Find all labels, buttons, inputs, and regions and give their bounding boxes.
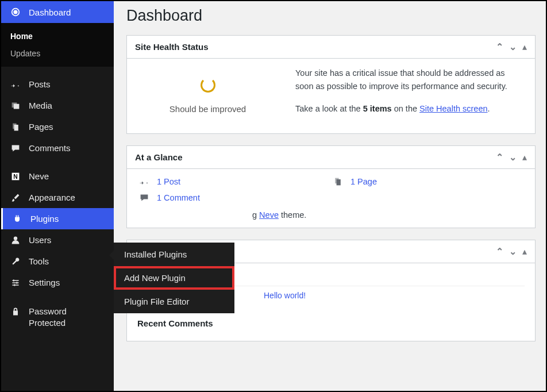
move-down-icon[interactable] bbox=[509, 41, 517, 52]
sidebar-item-pages[interactable]: Pages bbox=[1, 116, 114, 137]
main-content: Dashboard Site Health Status Should be i… bbox=[114, 1, 546, 391]
move-up-icon[interactable] bbox=[496, 41, 503, 52]
sidebar-label-posts: Posts bbox=[29, 79, 51, 89]
sidebar-item-plugins[interactable]: Plugins bbox=[1, 208, 114, 229]
comment-icon bbox=[137, 193, 151, 202]
health-items-text: Take a look at the 5 items on the Site H… bbox=[295, 102, 525, 116]
health-message: Your site has a critical issue that shou… bbox=[295, 67, 525, 125]
move-up-icon[interactable] bbox=[496, 152, 503, 163]
sidebar-sub-updates[interactable]: Updates bbox=[1, 45, 114, 62]
user-icon bbox=[9, 236, 22, 245]
sidebar-item-comments[interactable]: Comments bbox=[1, 137, 114, 159]
glance-running-text: g Neve theme. bbox=[137, 210, 525, 220]
health-indicator: Should be improved bbox=[137, 72, 278, 120]
svg-rect-3 bbox=[13, 279, 14, 281]
glance-pages[interactable]: 1 Page bbox=[331, 177, 525, 186]
postbox-actions bbox=[496, 41, 527, 52]
sliders-icon bbox=[9, 278, 22, 287]
sidebar-item-users[interactable]: Users bbox=[1, 229, 114, 251]
postbox-body-glance: 1 Post 1 Page 1 Comment bbox=[127, 169, 535, 228]
glance-posts[interactable]: 1 Post bbox=[137, 177, 331, 186]
sidebar-label-dashboard: Dashboard bbox=[29, 7, 71, 17]
page-title: Dashboard bbox=[126, 7, 536, 25]
collapse-icon[interactable] bbox=[522, 152, 527, 163]
sidebar-item-dashboard[interactable]: Dashboard bbox=[1, 1, 114, 23]
svg-text:N: N bbox=[13, 174, 18, 180]
svg-point-2 bbox=[14, 236, 17, 240]
postbox-title-site-health: Site Health Status bbox=[135, 42, 209, 52]
sidebar-label-pages: Pages bbox=[29, 122, 53, 132]
sidebar-item-neve[interactable]: N Neve bbox=[1, 166, 114, 187]
postbox-title-glance: At a Glance bbox=[135, 152, 183, 162]
neve-icon: N bbox=[9, 172, 22, 181]
svg-rect-5 bbox=[14, 284, 16, 286]
sidebar-item-password-protected[interactable]: Password Protected bbox=[1, 300, 114, 334]
plugins-flyout: Installed Plugins Add New Plugin Plugin … bbox=[114, 243, 234, 313]
pages-icon bbox=[331, 177, 345, 186]
recent-comments-heading: Recent Comments bbox=[137, 318, 525, 328]
sidebar-label-tools: Tools bbox=[29, 256, 49, 266]
sidebar-sub-home[interactable]: Home bbox=[1, 28, 114, 45]
glance-comments[interactable]: 1 Comment bbox=[137, 193, 525, 202]
sidebar-item-posts[interactable]: Posts bbox=[1, 74, 114, 95]
brush-icon bbox=[9, 193, 22, 202]
lock-icon bbox=[9, 307, 22, 316]
wrench-icon bbox=[9, 257, 22, 266]
pin-icon bbox=[137, 177, 151, 186]
svg-rect-4 bbox=[17, 282, 18, 283]
postbox-header-site-health: Site Health Status bbox=[127, 36, 535, 59]
sidebar-item-media[interactable]: Media bbox=[1, 95, 114, 116]
comment-icon bbox=[9, 144, 22, 153]
pages-icon bbox=[9, 122, 22, 132]
postbox-body-site-health: Should be improved Your site has a criti… bbox=[127, 59, 535, 133]
sidebar-label-plugins: Plugins bbox=[30, 214, 59, 224]
collapse-icon[interactable] bbox=[522, 246, 527, 257]
flyout-plugin-file-editor[interactable]: Plugin File Editor bbox=[114, 290, 234, 313]
sidebar-label-media: Media bbox=[29, 101, 52, 110]
site-health-link[interactable]: Site Health screen bbox=[419, 104, 487, 113]
move-down-icon[interactable] bbox=[509, 152, 517, 163]
sidebar-label-password: Password Protected bbox=[29, 306, 106, 328]
sidebar-item-tools[interactable]: Tools bbox=[1, 251, 114, 272]
theme-link[interactable]: Neve bbox=[259, 210, 279, 220]
dashboard-icon bbox=[9, 7, 22, 17]
sidebar-label-comments: Comments bbox=[29, 143, 71, 153]
sidebar-sub-dashboard: Home Updates bbox=[1, 23, 114, 67]
plugin-icon bbox=[11, 214, 24, 224]
admin-sidebar: Dashboard Home Updates Posts Media Pages bbox=[1, 1, 114, 391]
postbox-header-glance: At a Glance bbox=[127, 146, 535, 169]
media-icon bbox=[9, 101, 22, 110]
postbox-site-health: Site Health Status Should be improved Yo… bbox=[126, 35, 536, 134]
flyout-add-new-plugin[interactable]: Add New Plugin bbox=[114, 266, 234, 290]
sidebar-item-appearance[interactable]: Appearance bbox=[1, 187, 114, 208]
sidebar-item-settings[interactable]: Settings bbox=[1, 272, 114, 293]
sidebar-label-neve: Neve bbox=[29, 171, 49, 181]
pin-icon bbox=[9, 80, 22, 89]
flyout-installed-plugins[interactable]: Installed Plugins bbox=[114, 243, 234, 266]
sidebar-label-settings: Settings bbox=[29, 278, 60, 287]
health-critical-text: Your site has a critical issue that shou… bbox=[295, 67, 525, 93]
health-spinner-icon bbox=[201, 78, 215, 93]
postbox-actions-glance bbox=[496, 152, 527, 163]
move-down-icon[interactable] bbox=[509, 246, 517, 257]
published-post-link[interactable]: Hello world! bbox=[264, 291, 306, 300]
sidebar-label-users: Users bbox=[29, 235, 51, 245]
collapse-icon[interactable] bbox=[522, 41, 527, 52]
postbox-actions-activity bbox=[496, 246, 527, 257]
health-status-label: Should be improved bbox=[170, 104, 246, 114]
sidebar-label-appearance: Appearance bbox=[29, 193, 75, 202]
move-up-icon[interactable] bbox=[496, 246, 503, 257]
postbox-at-a-glance: At a Glance 1 Post bbox=[126, 145, 536, 228]
